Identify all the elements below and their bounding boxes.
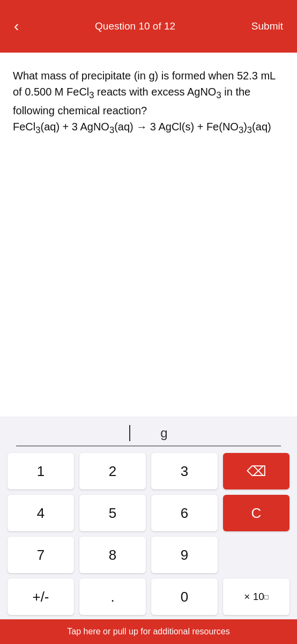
- question-area: What mass of precipitate (in g) is forme…: [0, 53, 297, 278]
- clear-button[interactable]: C: [223, 495, 289, 531]
- key-decimal[interactable]: .: [79, 579, 146, 615]
- input-display-row: g: [16, 425, 281, 447]
- header: ‹ Question 10 of 12 Submit: [0, 0, 297, 53]
- keypad-grid: 1 2 3 ⌫ 4 5 6 C 7 8 9 +/- . 0 × 10□: [8, 453, 289, 615]
- key-3[interactable]: 3: [151, 453, 218, 489]
- input-wrapper: g: [0, 416, 297, 447]
- key-6[interactable]: 6: [151, 495, 218, 531]
- input-unit: g: [160, 426, 167, 441]
- back-button[interactable]: ‹: [10, 14, 23, 38]
- key-1[interactable]: 1: [8, 453, 74, 489]
- key-0[interactable]: 0: [151, 579, 218, 615]
- spacer: [0, 278, 297, 416]
- key-x10[interactable]: × 10□: [223, 579, 289, 615]
- question-text: What mass of precipitate (in g) is forme…: [13, 68, 284, 137]
- key-8[interactable]: 8: [79, 537, 146, 573]
- key-2[interactable]: 2: [79, 453, 146, 489]
- submit-button[interactable]: Submit: [247, 16, 287, 36]
- key-4[interactable]: 4: [8, 495, 74, 531]
- cursor-indicator: [129, 425, 130, 441]
- key-9[interactable]: 9: [151, 537, 218, 573]
- key-plusminus[interactable]: +/-: [8, 579, 74, 615]
- keypad-area: 1 2 3 ⌫ 4 5 6 C 7 8 9 +/- . 0 × 10□: [0, 447, 297, 619]
- key-7[interactable]: 7: [8, 537, 74, 573]
- bottom-bar[interactable]: Tap here or pull up for additional resou…: [0, 619, 297, 644]
- key-5[interactable]: 5: [79, 495, 146, 531]
- backspace-button[interactable]: ⌫: [223, 453, 289, 489]
- question-progress: Question 10 of 12: [23, 20, 247, 32]
